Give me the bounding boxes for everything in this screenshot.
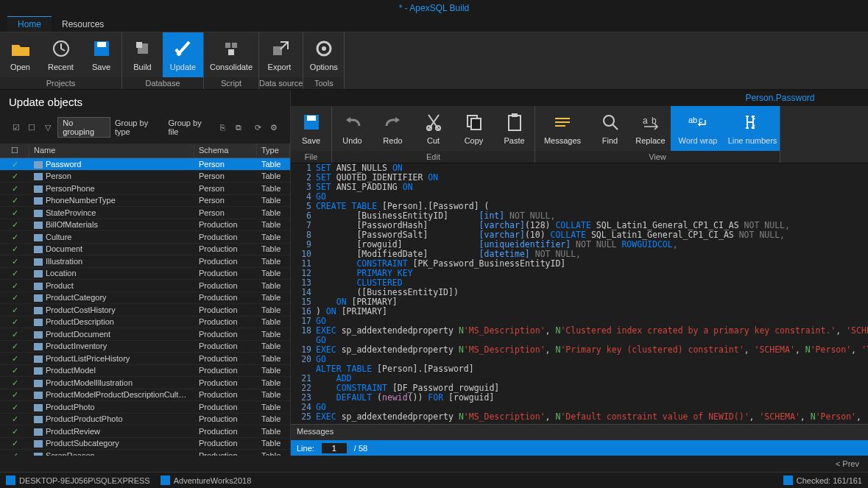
table-row[interactable]: ✓ProductSubcategoryProductionTable	[0, 438, 290, 450]
ribbon-update[interactable]: Update	[163, 32, 203, 77]
check-all-icon[interactable]: ☑	[10, 122, 21, 132]
row-checked-icon[interactable]: ✓	[10, 391, 19, 400]
ribbon-build[interactable]: Build	[122, 32, 163, 77]
table-row[interactable]: ✓ScrapReasonProductionTable	[0, 450, 290, 456]
row-checked-icon[interactable]: ✓	[10, 281, 19, 290]
row-checked-icon[interactable]: ✓	[10, 318, 19, 327]
table-icon	[34, 197, 43, 205]
table-row[interactable]: ✓ProductListPriceHistoryProductionTable	[0, 353, 290, 365]
ribbon-options[interactable]: Options	[303, 32, 344, 77]
row-checked-icon[interactable]: ✓	[10, 294, 19, 303]
table-row[interactable]: ✓ProductInventoryProductionTable	[0, 341, 290, 353]
table-row[interactable]: ✓ProductCostHistoryProductionTable	[0, 304, 290, 317]
row-checked-icon[interactable]: ✓	[10, 233, 19, 241]
settings-icon[interactable]: ⚙	[269, 122, 280, 132]
table-icon	[34, 428, 43, 436]
editor-ribbon-copy[interactable]: Copy	[454, 106, 494, 151]
ribbon-open[interactable]: Open	[0, 32, 40, 77]
editor-ribbon-messages[interactable]: Messages	[535, 106, 590, 151]
prev-button[interactable]: < Prev	[836, 459, 859, 468]
row-checked-icon[interactable]: ✓	[10, 305, 19, 314]
table-row[interactable]: ✓PersonPhonePersonTable	[0, 183, 290, 195]
editor-ribbon-find[interactable]: Find	[590, 106, 630, 151]
row-checked-icon[interactable]: ✓	[10, 415, 19, 424]
row-checked-icon[interactable]: ✓	[10, 354, 19, 363]
editor-tab-title[interactable]: Person.Password	[745, 93, 814, 103]
col-type[interactable]: Type	[257, 144, 290, 158]
row-checked-icon[interactable]: ✓	[10, 367, 19, 375]
row-checked-icon[interactable]: ✓	[10, 378, 19, 387]
row-checked-icon[interactable]: ✓	[10, 330, 19, 339]
table-row[interactable]: ✓ProductProductPhotoProductionTable	[0, 414, 290, 426]
table-row[interactable]: ✓ProductReviewProductionTable	[0, 425, 290, 438]
row-checked-icon[interactable]: ✓	[10, 342, 19, 351]
line-input[interactable]	[322, 443, 347, 453]
group-by-type[interactable]: Group by type	[115, 119, 164, 136]
code-editor[interactable]: 1234567891011121314151617181920212223242…	[291, 163, 868, 424]
table-row[interactable]: ✓ProductPhotoProductionTable	[0, 401, 290, 414]
ribbon-consolidate[interactable]: Consolidate	[204, 32, 258, 77]
row-checked-icon[interactable]: ✓	[10, 160, 19, 169]
code-text[interactable]: SET ANSI_NULLS ONSET QUOTED_IDENTIFIER O…	[316, 163, 868, 424]
row-checked-icon[interactable]: ✓	[10, 184, 19, 193]
svg-rect-16	[471, 119, 481, 130]
editor-ribbon-cut[interactable]: Cut	[413, 106, 454, 151]
table-row[interactable]: ✓IllustrationProductionTable	[0, 255, 290, 268]
row-checked-icon[interactable]: ✓	[10, 245, 19, 254]
table-row[interactable]: ✓ProductDescriptionProductionTable	[0, 317, 290, 329]
ribbon-export[interactable]: Export	[259, 32, 300, 77]
table-row[interactable]: ✓BillOfMaterialsProductionTable	[0, 219, 290, 232]
table-row[interactable]: ✓PasswordPersonTable	[0, 158, 290, 171]
svg-rect-12	[307, 116, 316, 121]
editor-ribbon-undo[interactable]: Undo	[332, 106, 373, 151]
tab-resources[interactable]: Resources	[52, 17, 114, 32]
row-checked-icon[interactable]: ✓	[10, 221, 19, 230]
editor-ribbon-line-numbers[interactable]: Line numbers	[725, 106, 780, 151]
ribbon-group-title: Data source	[259, 77, 303, 89]
editor-panel: Person.Password SaveFileUndoRedoCutCopyP…	[291, 90, 868, 456]
ribbon-save[interactable]: Save	[81, 32, 121, 77]
table-row[interactable]: ✓ProductModelProductDescriptionCulturePr…	[0, 389, 290, 402]
ribbon-recent[interactable]: Recent	[40, 32, 81, 77]
col-schema[interactable]: Schema	[194, 144, 257, 158]
editor-ribbon-replace[interactable]: abReplace	[630, 106, 671, 151]
row-checked-icon[interactable]: ✓	[10, 257, 19, 266]
table-row[interactable]: ✓PhoneNumberTypePersonTable	[0, 195, 290, 208]
table-row[interactable]: ✓DocumentProductionTable	[0, 244, 290, 256]
table-icon	[34, 222, 43, 229]
row-checked-icon[interactable]: ✓	[10, 439, 19, 448]
row-checked-icon[interactable]: ✓	[10, 427, 19, 436]
uncheck-all-icon[interactable]: ☐	[26, 122, 37, 132]
reorder-icon[interactable]: ⧉	[233, 122, 244, 132]
menubar: Home Resources	[0, 16, 868, 32]
table-row[interactable]: ✓ProductModelIllustrationProductionTable	[0, 377, 290, 389]
table-row[interactable]: ✓LocationProductionTable	[0, 268, 290, 280]
table-row[interactable]: ✓StateProvincePersonTable	[0, 207, 290, 219]
editor-ribbon-redo[interactable]: Redo	[373, 106, 413, 151]
col-name[interactable]: Name	[29, 144, 194, 158]
grouping-dropdown[interactable]: No grouping	[57, 117, 110, 138]
col-check[interactable]: ☐	[0, 144, 29, 158]
messages-panel[interactable]: Messages	[291, 424, 868, 440]
editor-ribbon-paste[interactable]: Paste	[494, 106, 534, 151]
titlebar: * - ApexSQL Build	[0, 0, 868, 16]
table-row[interactable]: ✓ProductModelProductionTable	[0, 365, 290, 378]
table-row[interactable]: ✓ProductCategoryProductionTable	[0, 292, 290, 305]
refresh-icon[interactable]: ⟳	[253, 122, 264, 132]
row-checked-icon[interactable]: ✓	[10, 172, 19, 181]
row-checked-icon[interactable]: ✓	[10, 403, 19, 411]
table-row[interactable]: ✓CultureProductionTable	[0, 231, 290, 244]
table-row[interactable]: ✓ProductProductionTable	[0, 280, 290, 292]
tab-home[interactable]: Home	[7, 16, 52, 32]
replace-icon: ab	[641, 112, 661, 132]
editor-ribbon-save[interactable]: Save	[291, 106, 331, 151]
group-by-file[interactable]: Group by file	[168, 119, 212, 136]
copy-list-icon[interactable]: ⎘	[216, 122, 227, 132]
table-row[interactable]: ✓ProductDocumentProductionTable	[0, 328, 290, 341]
row-checked-icon[interactable]: ✓	[10, 269, 19, 278]
row-checked-icon[interactable]: ✓	[10, 197, 19, 205]
table-row[interactable]: ✓PersonPersonTable	[0, 171, 290, 183]
row-checked-icon[interactable]: ✓	[10, 208, 19, 217]
editor-ribbon-word-wrap[interactable]: abcWord wrap	[671, 106, 725, 151]
filter-icon[interactable]: ▽	[42, 122, 53, 132]
